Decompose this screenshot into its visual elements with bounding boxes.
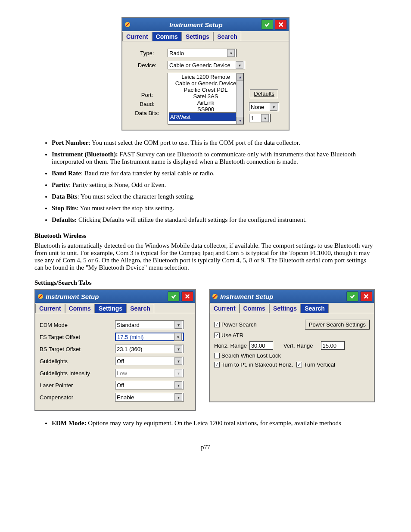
tab-bar: Current Comms Settings Search xyxy=(35,303,195,313)
defaults-button[interactable]: Defaults xyxy=(250,89,278,98)
window-titlebar: Instrument Setup xyxy=(122,18,289,31)
device-label: Device: xyxy=(127,62,168,68)
tab-comms[interactable]: Comms xyxy=(65,304,95,313)
settings-search-heading: Settings/Search Tabs xyxy=(34,279,92,286)
setting-select: Low xyxy=(115,369,184,377)
tab-settings[interactable]: Settings xyxy=(269,304,301,313)
chevron-down-icon xyxy=(236,61,243,69)
tab-current[interactable]: Current xyxy=(210,304,240,313)
setting-label: BS Target Offset xyxy=(40,346,115,352)
dropdown-item[interactable]: SS900 xyxy=(169,106,243,112)
tab-comms[interactable]: Comms xyxy=(152,32,182,41)
turn-vertical-label: Turn Vertical xyxy=(304,361,335,368)
close-button[interactable] xyxy=(360,291,372,302)
window-titlebar: Instrument Setup xyxy=(35,290,195,303)
horiz-range-label: Horiz. Range xyxy=(214,342,247,349)
chevron-down-icon xyxy=(174,357,182,365)
turn-horiz-checkbox[interactable] xyxy=(214,362,220,367)
edm-bullet-list: EDM Mode: Options may vary by equipment.… xyxy=(34,420,377,427)
bullet-item: Defaults: Clicking Defaults will utilize… xyxy=(52,216,377,224)
bluetooth-paragraph: Bluetooth is automatically detected on t… xyxy=(34,242,377,271)
vert-range-input[interactable]: 15.00 xyxy=(321,341,345,350)
chevron-down-icon xyxy=(227,49,235,57)
chevron-down-icon xyxy=(261,114,269,122)
chevron-down-icon xyxy=(174,369,182,377)
chevron-down-icon xyxy=(174,345,182,353)
instrument-setup-comms-window: Instrument Setup Current Comms Settings … xyxy=(121,17,290,131)
tab-search[interactable]: Search xyxy=(213,32,241,41)
bullet-item: Baud Rate: Baud rate for data transfer b… xyxy=(52,170,377,177)
setting-select[interactable]: 23.1 (360) xyxy=(115,345,184,353)
close-button[interactable] xyxy=(275,19,287,30)
setting-label: EDM Mode xyxy=(40,322,115,328)
setting-label: Laser Pointer xyxy=(40,382,115,389)
power-search-label: Power Search xyxy=(221,321,305,328)
dropdown-item[interactable]: AirLink xyxy=(169,100,243,106)
tab-settings[interactable]: Settings xyxy=(95,304,126,313)
bullet-item: Instrument (Bluetooth): FAST Survey can … xyxy=(52,151,377,165)
window-title: Instrument Setup xyxy=(133,21,259,28)
dropdown-item[interactable]: ARWest xyxy=(169,112,243,121)
dropdown-item[interactable]: Leica 1200 Remote xyxy=(169,74,243,80)
scroll-down-icon[interactable]: ▾ xyxy=(237,117,243,124)
bullet-item: Port Number: You must select the COM por… xyxy=(52,139,377,146)
window-title: Instrument Setup xyxy=(220,293,345,300)
device-select[interactable]: Cable or Generic Device xyxy=(168,61,245,69)
ok-button[interactable] xyxy=(168,291,180,302)
databits-label: Data Bits: xyxy=(127,110,168,116)
chevron-down-icon xyxy=(174,393,182,401)
setting-select[interactable]: Standard xyxy=(115,320,184,329)
vert-range-label: Vert. Range xyxy=(283,342,313,349)
tab-bar: Current Comms Settings Search xyxy=(210,303,374,313)
ok-button[interactable] xyxy=(261,19,273,30)
setting-select[interactable]: Off xyxy=(115,381,184,389)
setting-label: Guidelights xyxy=(40,358,115,364)
setting-select[interactable]: Off xyxy=(115,357,184,365)
chevron-down-icon xyxy=(270,103,277,111)
search-lost-lock-checkbox[interactable] xyxy=(214,353,220,358)
ok-button[interactable] xyxy=(346,291,358,302)
dropdown-item[interactable]: Pacific Crest PDL xyxy=(169,87,243,93)
turn-vertical-checkbox[interactable] xyxy=(296,362,302,367)
tab-search[interactable]: Search xyxy=(126,304,154,313)
setting-label: Guidelights Intensity xyxy=(40,370,115,376)
page-number: p77 xyxy=(34,444,377,451)
tab-current[interactable]: Current xyxy=(122,32,152,41)
chevron-down-icon xyxy=(174,381,182,389)
chevron-down-icon xyxy=(174,321,182,329)
tab-comms[interactable]: Comms xyxy=(240,304,269,313)
device-dropdown-list[interactable]: Leica 1200 RemoteCable or Generic Device… xyxy=(168,73,244,124)
setting-select[interactable]: Enable xyxy=(115,393,184,401)
dropdown-item[interactable]: Satel 3AS xyxy=(169,93,243,100)
bullet-item: EDM Mode: Options may vary by equipment.… xyxy=(52,420,377,427)
close-button[interactable] xyxy=(181,291,193,302)
turn-horiz-label: Turn to Pt. in Stakeout Horiz. xyxy=(221,361,293,368)
use-atr-label: Use ATR xyxy=(221,332,243,339)
tab-search[interactable]: Search xyxy=(301,304,329,313)
app-icon xyxy=(37,293,44,300)
power-search-checkbox[interactable] xyxy=(214,322,220,327)
bullet-item: Stop Bits: You must select the stop bits… xyxy=(52,205,377,212)
tab-settings[interactable]: Settings xyxy=(182,32,213,41)
bluetooth-heading: Bluetooth Wireless xyxy=(34,232,86,239)
type-select[interactable]: Radio xyxy=(168,49,237,57)
stopbits-select[interactable]: 1 xyxy=(249,114,271,122)
app-icon xyxy=(212,293,218,300)
use-atr-checkbox[interactable] xyxy=(214,333,220,338)
power-search-settings-button[interactable]: Power Search Settings xyxy=(305,320,370,330)
bullet-item: Data Bits: You must select the character… xyxy=(52,193,377,200)
scrollbar[interactable]: ▴ ▾ xyxy=(236,73,243,124)
dropdown-item[interactable]: Cable or Generic Device xyxy=(169,80,243,87)
setting-select[interactable]: 17.5 (mini) xyxy=(115,333,184,341)
search-lost-lock-label: Search When Lost Lock xyxy=(221,352,281,359)
tab-current[interactable]: Current xyxy=(35,304,65,313)
tab-bar: Current Comms Settings Search xyxy=(122,31,289,41)
port-label: Port: xyxy=(127,92,168,98)
app-icon xyxy=(124,21,131,28)
parity-select[interactable]: None xyxy=(249,103,279,111)
parameter-bullet-list: Port Number: You must select the COM por… xyxy=(34,139,377,224)
instrument-setup-search-window: Instrument Setup Current Comms Settings … xyxy=(209,289,375,402)
scroll-up-icon[interactable]: ▴ xyxy=(237,73,243,81)
horiz-range-input[interactable]: 30.00 xyxy=(249,341,273,350)
setting-label: FS Target Offset xyxy=(40,334,115,340)
